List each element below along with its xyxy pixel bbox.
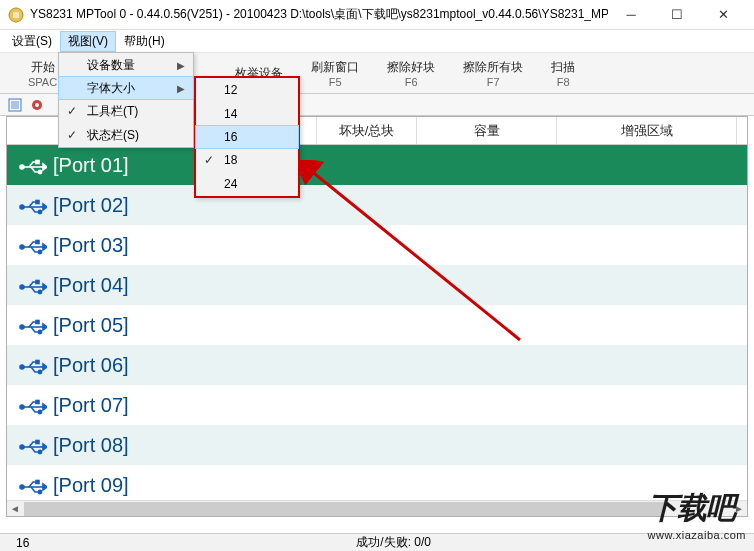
port-label: [Port 01] — [53, 154, 129, 177]
dropdown-fontsize[interactable]: 字体大小 ▶ — [58, 76, 194, 100]
usb-icon — [19, 157, 47, 173]
svg-rect-8 — [36, 161, 39, 164]
table-row[interactable]: [Port 01] — [7, 145, 747, 185]
svg-point-41 — [38, 490, 41, 493]
port-label: [Port 08] — [53, 434, 129, 457]
fontsize-16[interactable]: 16 — [195, 125, 299, 149]
table-row[interactable]: [Port 03] — [7, 225, 747, 265]
port-label: [Port 03] — [53, 234, 129, 257]
toolbar-start-label: 开始 — [31, 59, 55, 76]
port-label: [Port 09] — [53, 474, 129, 497]
window-title: YS8231 MPTool 0 - 0.44.0.56(V251) - 2010… — [30, 6, 608, 23]
th-badtotal[interactable]: 坏块/总块 — [317, 117, 417, 144]
minimize-button[interactable]: ─ — [608, 0, 654, 30]
table-row[interactable]: [Port 05] — [7, 305, 747, 345]
titlebar: YS8231 MPTool 0 - 0.44.0.56(V251) - 2010… — [0, 0, 754, 30]
svg-point-35 — [20, 445, 24, 449]
fontsize-18-label: 18 — [224, 153, 237, 167]
th-capacity[interactable]: 容量 — [417, 117, 557, 144]
tb2-icon2[interactable] — [28, 96, 46, 114]
usb-icon — [19, 397, 47, 413]
toolbar-newwin-label: 刷新窗口 — [311, 59, 359, 76]
svg-point-11 — [20, 205, 24, 209]
table-row[interactable]: [Port 06] — [7, 345, 747, 385]
toolbar-eraseall[interactable]: 擦除所有块 F7 — [449, 53, 537, 93]
svg-point-27 — [20, 365, 24, 369]
svg-rect-32 — [36, 401, 39, 404]
dropdown-devcount[interactable]: 设备数量 ▶ — [59, 53, 193, 77]
svg-point-39 — [20, 485, 24, 489]
fontsize-14-label: 14 — [224, 107, 237, 121]
fontsize-18[interactable]: ✓18 — [196, 148, 298, 172]
chevron-right-icon: ▶ — [177, 83, 185, 94]
menu-help[interactable]: 帮助(H) — [116, 31, 173, 52]
horizontal-scrollbar[interactable]: ◄ ► — [7, 500, 747, 516]
svg-point-9 — [38, 170, 41, 173]
maximize-button[interactable]: ☐ — [654, 0, 700, 30]
check-icon: ✓ — [204, 153, 214, 167]
svg-rect-3 — [11, 101, 19, 109]
svg-point-23 — [20, 325, 24, 329]
app-icon — [8, 7, 24, 23]
usb-icon — [19, 277, 47, 293]
toolbar-eraseall-sub: F7 — [487, 76, 500, 88]
table-row[interactable]: [Port 09] — [7, 465, 747, 505]
dropdown-statusbar-label: 状态栏(S) — [87, 127, 139, 144]
usb-icon — [19, 237, 47, 253]
table-body: [Port 01][Port 02][Port 03][Port 04][Por… — [7, 145, 747, 505]
th-enhance[interactable]: 增强区域 — [557, 117, 737, 144]
dropdown-devcount-label: 设备数量 — [87, 57, 135, 74]
svg-point-5 — [35, 103, 39, 107]
usb-icon — [19, 357, 47, 373]
dropdown-statusbar[interactable]: ✓ 状态栏(S) — [59, 123, 193, 147]
fontsize-14[interactable]: 14 — [196, 102, 298, 126]
svg-point-19 — [20, 285, 24, 289]
toolbar-scan-label: 扫描 — [551, 59, 575, 76]
toolbar-eraseall-label: 擦除所有块 — [463, 59, 523, 76]
table-row[interactable]: [Port 02] — [7, 185, 747, 225]
close-button[interactable]: ✕ — [700, 0, 746, 30]
table-row[interactable]: [Port 04] — [7, 265, 747, 305]
svg-point-17 — [38, 250, 41, 253]
scroll-left-icon[interactable]: ◄ — [7, 501, 23, 516]
svg-rect-20 — [36, 281, 39, 284]
dropdown-toolbar[interactable]: ✓ 工具栏(T) — [59, 99, 193, 123]
svg-rect-28 — [36, 361, 39, 364]
svg-rect-12 — [36, 201, 39, 204]
usb-icon — [19, 477, 47, 493]
check-icon: ✓ — [67, 128, 77, 142]
dropdown-toolbar-label: 工具栏(T) — [87, 103, 138, 120]
dropdown-fontsize-label: 字体大小 — [87, 80, 135, 97]
port-label: [Port 04] — [53, 274, 129, 297]
scroll-right-icon[interactable]: ► — [731, 501, 747, 516]
toolbar-scan[interactable]: 扫描 F8 — [537, 53, 589, 93]
usb-icon — [19, 437, 47, 453]
port-table: 坏块/总块 容量 增强区域 [Port 01][Port 02][Port 03… — [6, 116, 748, 517]
statusbar: 16 成功/失败: 0/0 — [0, 533, 754, 551]
menu-view[interactable]: 视图(V) — [60, 31, 116, 52]
svg-rect-40 — [36, 481, 39, 484]
svg-rect-24 — [36, 321, 39, 324]
dropdown-view: 设备数量 ▶ 字体大小 ▶ ✓ 工具栏(T) ✓ 状态栏(S) — [58, 52, 194, 148]
toolbar-newwin[interactable]: 刷新窗口 F5 — [297, 53, 373, 93]
usb-icon — [19, 317, 47, 333]
svg-point-15 — [20, 245, 24, 249]
scroll-thumb[interactable] — [24, 502, 664, 516]
toolbar-erasegood[interactable]: 擦除好块 F6 — [373, 53, 449, 93]
usb-icon — [19, 197, 47, 213]
chevron-right-icon: ▶ — [177, 60, 185, 71]
menu-settings[interactable]: 设置(S) — [4, 31, 60, 52]
svg-rect-1 — [13, 12, 19, 18]
table-row[interactable]: [Port 07] — [7, 385, 747, 425]
fontsize-24[interactable]: 24 — [196, 172, 298, 196]
port-label: [Port 07] — [53, 394, 129, 417]
table-row[interactable]: [Port 08] — [7, 425, 747, 465]
fontsize-24-label: 24 — [224, 177, 237, 191]
check-icon: ✓ — [67, 104, 77, 118]
status-left: 16 — [6, 536, 39, 550]
fontsize-12[interactable]: 12 — [196, 78, 298, 102]
window-buttons: ─ ☐ ✕ — [608, 0, 746, 30]
tb2-icon1[interactable] — [6, 96, 24, 114]
dropdown-fontsize-submenu: 12 14 16 ✓18 24 — [194, 76, 300, 198]
toolbar-start-sub: SPAC — [28, 76, 57, 88]
